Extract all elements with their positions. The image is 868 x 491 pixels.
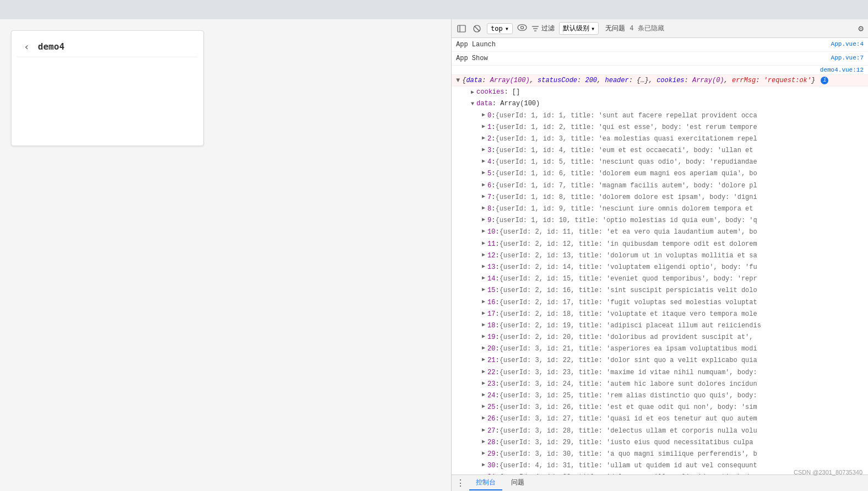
source-link-demo4[interactable]: demo4.vue:12 — [820, 67, 864, 73]
array-item[interactable]: ▶ 25 : {userId: 3, id: 26, title: 'est e… — [452, 402, 868, 413]
app-panel: ‹ demo4 — [0, 19, 452, 491]
item-toggle-icon[interactable]: ▶ — [482, 332, 485, 341]
array-item[interactable]: ▶ 27 : {userId: 3, id: 28, title: 'delec… — [452, 425, 868, 437]
item-toggle-icon[interactable]: ▶ — [482, 274, 485, 283]
array-item[interactable]: ▶ 19 : {userId: 2, id: 20, title: 'dolor… — [452, 332, 868, 343]
source-link-row: demo4.vue:12 — [452, 66, 868, 75]
item-toggle-icon[interactable]: ▶ — [482, 344, 485, 353]
array-item[interactable]: ▶ 22 : {userId: 3, id: 23, title: 'maxim… — [452, 367, 868, 379]
array-item[interactable]: ▶ 14 : {userId: 2, id: 15, title: 'eveni… — [452, 273, 868, 285]
svg-point-4 — [518, 25, 527, 31]
array-item[interactable]: ▶ 12 : {userId: 2, id: 13, title: 'dolor… — [452, 250, 868, 262]
item-toggle-icon[interactable]: ▶ — [482, 285, 485, 294]
item-colon: : — [491, 215, 495, 226]
item-toggle-icon[interactable]: ▶ — [482, 449, 485, 458]
item-colon: : — [491, 134, 495, 144]
item-toggle-icon[interactable]: ▶ — [482, 461, 485, 470]
item-index: 8 — [487, 204, 491, 214]
main-object-toggle[interactable]: ▼ — [456, 77, 460, 84]
block-icon[interactable] — [471, 23, 482, 34]
sidebar-toggle-icon[interactable] — [456, 23, 467, 34]
item-index: 3 — [487, 145, 491, 156]
data-toggle[interactable] — [471, 99, 474, 109]
item-index: 25 — [487, 402, 495, 413]
cookies-toggle[interactable] — [471, 87, 474, 98]
array-item[interactable]: ▶ 6 : {userId: 1, id: 7, title: 'magnam … — [452, 180, 868, 192]
item-toggle-icon[interactable]: ▶ — [482, 426, 485, 435]
source-link-app-launch[interactable]: App.vue:4 — [831, 40, 864, 49]
item-toggle-icon[interactable]: ▶ — [482, 181, 485, 190]
data-array-row[interactable]: data : Array(100) — [452, 98, 868, 110]
array-item[interactable]: ▶ 16 : {userId: 2, id: 17, title: 'fugit… — [452, 297, 868, 309]
array-item[interactable]: ▶ 10 : {userId: 2, id: 11, title: 'et ea… — [452, 226, 868, 238]
item-toggle-icon[interactable]: ▶ — [482, 402, 485, 411]
item-toggle-icon[interactable]: ▶ — [482, 262, 485, 271]
item-toggle-icon[interactable]: ▶ — [482, 192, 485, 201]
level-selector[interactable]: 默认级别 ▾ — [559, 22, 599, 35]
item-toggle-icon[interactable]: ▶ — [482, 355, 485, 364]
item-toggle-icon[interactable]: ▶ — [482, 251, 485, 260]
context-selector[interactable]: top ▾ — [487, 23, 513, 34]
item-toggle-icon[interactable]: ▶ — [482, 204, 485, 213]
item-content: {userId: 1, id: 9, title: 'nesciunt iure… — [495, 204, 753, 214]
item-toggle-icon[interactable]: ▶ — [482, 157, 485, 166]
item-toggle-icon[interactable]: ▶ — [482, 227, 485, 236]
item-content: {userId: 3, id: 27, title: 'quasi id et … — [500, 414, 757, 424]
main-object-row[interactable]: ▼ {data: Array(100), statusCode: 200, he… — [452, 75, 868, 87]
item-content: {userId: 2, id: 16, title: 'sint suscipi… — [500, 285, 757, 296]
array-item[interactable]: ▶ 9 : {userId: 1, id: 10, title: 'optio … — [452, 215, 868, 226]
array-item[interactable]: ▶ 5 : {userId: 1, id: 6, title: 'dolorem… — [452, 168, 868, 180]
array-item[interactable]: ▶ 21 : {userId: 3, id: 22, title: 'dolor… — [452, 355, 868, 366]
array-item[interactable]: ▶ 3 : {userId: 1, id: 4, title: 'eum et … — [452, 145, 868, 157]
item-colon: : — [495, 344, 499, 354]
array-item[interactable]: ▶ 2 : {userId: 1, id: 3, title: 'ea mole… — [452, 133, 868, 145]
array-item[interactable]: ▶ 4 : {userId: 1, id: 5, title: 'nesciun… — [452, 157, 868, 168]
array-item[interactable]: ▶ 24 : {userId: 3, id: 25, title: 'rem a… — [452, 390, 868, 402]
array-item[interactable]: ▶ 0 : {userId: 1, id: 1, title: 'sunt au… — [452, 110, 868, 122]
item-toggle-icon[interactable]: ▶ — [482, 111, 485, 120]
array-item[interactable]: ▶ 11 : {userId: 2, id: 12, title: 'in qu… — [452, 239, 868, 250]
item-toggle-icon[interactable]: ▶ — [482, 438, 485, 446]
item-toggle-icon[interactable]: ▶ — [482, 321, 485, 330]
item-toggle-icon[interactable]: ▶ — [482, 309, 485, 318]
array-item[interactable]: ▶ 26 : {userId: 3, id: 27, title: 'quasi… — [452, 413, 868, 425]
array-item[interactable]: ▶ 20 : {userId: 3, id: 21, title: 'asper… — [452, 343, 868, 355]
menu-dots-icon[interactable]: ⋮ — [456, 478, 465, 488]
back-button[interactable]: ‹ — [24, 41, 30, 52]
array-item[interactable]: ▶ 23 : {userId: 3, id: 24, title: 'autem… — [452, 379, 868, 390]
item-toggle-icon[interactable]: ▶ — [482, 239, 485, 248]
array-item[interactable]: ▶ 8 : {userId: 1, id: 9, title: 'nesciun… — [452, 203, 868, 215]
item-index: 6 — [487, 181, 491, 191]
array-item[interactable]: ▶ 1 : {userId: 1, id: 2, title: 'qui est… — [452, 122, 868, 133]
item-toggle-icon[interactable]: ▶ — [482, 215, 485, 224]
console-area[interactable]: App Launch App.vue:4 App Show App.vue:7 … — [452, 38, 868, 474]
item-toggle-icon[interactable]: ▶ — [482, 134, 485, 143]
filter-button[interactable]: 过滤 — [531, 24, 555, 33]
item-toggle-icon[interactable]: ▶ — [482, 169, 485, 177]
array-item[interactable]: ▶ 15 : {userId: 2, id: 16, title: 'sint … — [452, 285, 868, 296]
item-index: 14 — [487, 274, 495, 284]
item-toggle-icon[interactable]: ▶ — [482, 122, 485, 131]
item-toggle-icon[interactable]: ▶ — [482, 391, 485, 400]
item-colon: : — [495, 402, 499, 413]
tab-console[interactable]: 控制台 — [469, 476, 502, 490]
eye-icon[interactable] — [517, 23, 527, 34]
item-content: {userId: 1, id: 5, title: 'nesciunt quas… — [495, 157, 757, 168]
array-item[interactable]: ▶ 17 : {userId: 2, id: 18, title: 'volup… — [452, 309, 868, 320]
item-toggle-icon[interactable]: ▶ — [482, 414, 485, 423]
cookies-row[interactable]: cookies : [] — [452, 87, 868, 98]
item-toggle-icon[interactable]: ▶ — [482, 298, 485, 306]
item-colon: : — [491, 204, 495, 214]
array-item[interactable]: ▶ 28 : {userId: 3, id: 29, title: 'iusto… — [452, 437, 868, 449]
item-toggle-icon[interactable]: ▶ — [482, 145, 485, 154]
source-link-app-show[interactable]: App.vue:7 — [831, 53, 864, 63]
tab-issues[interactable]: 问题 — [504, 476, 531, 490]
array-item[interactable]: ▶ 7 : {userId: 1, id: 8, title: 'dolorem… — [452, 192, 868, 203]
array-item[interactable]: ▶ 29 : {userId: 3, id: 30, title: 'a quo… — [452, 449, 868, 460]
item-toggle-icon[interactable]: ▶ — [482, 368, 485, 376]
array-item[interactable]: ▶ 18 : {userId: 2, id: 19, title: 'adipi… — [452, 320, 868, 332]
array-item[interactable]: ▶ 13 : {userId: 2, id: 14, title: 'volup… — [452, 262, 868, 273]
settings-icon[interactable]: ⚙ — [858, 23, 864, 34]
item-colon: : — [495, 426, 499, 436]
item-toggle-icon[interactable]: ▶ — [482, 379, 485, 388]
